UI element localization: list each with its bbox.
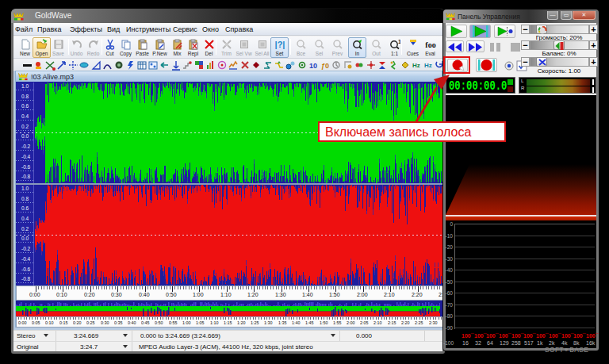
svg-text:foo: foo (425, 40, 435, 49)
svg-text:ƒ0: ƒ0 (321, 62, 329, 70)
svg-text:10: 10 (309, 62, 317, 70)
svg-text:1: 1 (398, 39, 400, 44)
svg-text:|?|: |?| (274, 40, 285, 49)
